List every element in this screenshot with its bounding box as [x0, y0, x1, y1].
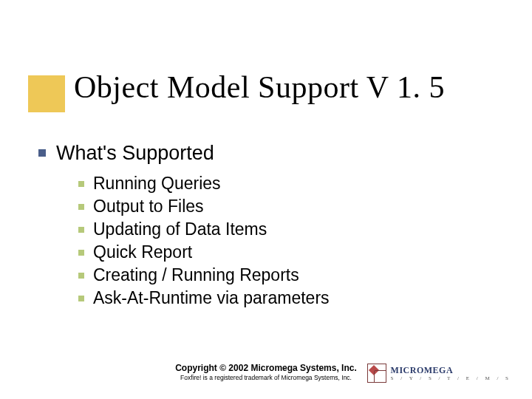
list-item: Updating of Data Items	[78, 219, 482, 239]
logo-text: MICROMEGA S / Y / S / T / E / M / S	[391, 366, 511, 381]
bullet-icon	[78, 227, 84, 233]
accent-square-icon	[28, 75, 65, 112]
item-list: Running Queries Output to Files Updating…	[78, 174, 482, 308]
logo-name: MICROMEGA	[391, 366, 511, 375]
list-item-text: Running Queries	[93, 174, 221, 194]
bullet-icon	[78, 296, 84, 301]
list-item: Output to Files	[78, 197, 482, 216]
slide-title: Object Model Support V 1. 5	[74, 69, 445, 105]
slide-body: What's Supported Running Queries Output …	[38, 142, 482, 311]
bullet-icon	[78, 181, 84, 187]
slide: Object Model Support V 1. 5 What's Suppo…	[0, 0, 532, 399]
bullet-icon	[38, 149, 46, 157]
list-item: Ask-At-Runtime via parameters	[78, 288, 482, 308]
list-item: Running Queries	[78, 174, 482, 194]
bullet-icon	[78, 250, 84, 256]
logo-mark-icon	[367, 364, 386, 383]
list-item: Quick Report	[78, 242, 482, 262]
list-item-text: Updating of Data Items	[93, 219, 267, 239]
list-item: Creating / Running Reports	[78, 265, 482, 285]
list-item-text: Quick Report	[93, 242, 192, 262]
list-item-text: Ask-At-Runtime via parameters	[93, 288, 330, 308]
bullet-icon	[78, 204, 84, 210]
bullet-icon	[78, 273, 84, 279]
logo-tagline: S / Y / S / T / E / M / S	[391, 376, 511, 381]
section-heading: What's Supported	[38, 142, 482, 165]
section-heading-text: What's Supported	[56, 142, 214, 165]
list-item-text: Creating / Running Reports	[93, 265, 299, 285]
list-item-text: Output to Files	[93, 197, 204, 216]
company-logo: MICROMEGA S / Y / S / T / E / M / S	[367, 364, 511, 383]
